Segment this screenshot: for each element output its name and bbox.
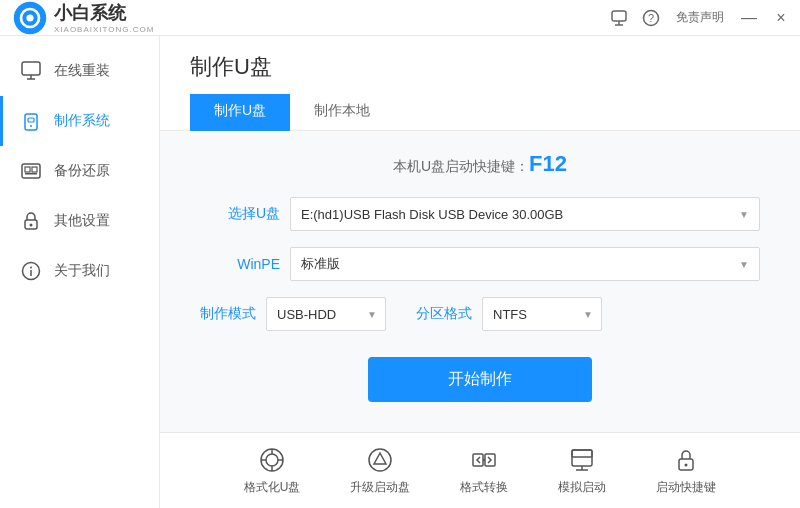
content-area: 制作U盘 制作U盘 制作本地 本机U盘启动快捷键：F12 选择U盘 E:(hd1… [160,36,800,508]
tool-upgrade-boot-label: 升级启动盘 [350,479,410,496]
mode-value: USB-HDD [277,307,336,322]
sidebar-item-other-settings[interactable]: 其他设置 [0,196,159,246]
svg-rect-8 [22,62,40,75]
usb-value: E:(hd1)USB Flash Disk USB Device 30.00GB [301,207,749,222]
info-icon [20,260,42,282]
tab-make-usb[interactable]: 制作U盘 [190,94,290,131]
svg-point-19 [30,224,33,227]
logo-main-text: 小白系统 [54,1,154,25]
svg-point-13 [30,125,32,127]
close-button[interactable]: × [770,7,792,29]
mode-partition-row: 制作模式 USB-HDD ▼ 分区格式 NTFS ▼ [200,297,760,331]
shortcut-key: F12 [529,151,567,176]
page-title: 制作U盘 [190,52,770,82]
mode-arrow-icon: ▼ [367,309,377,320]
usb-icon [20,110,42,132]
sidebar-item-backup-restore[interactable]: 备份还原 [0,146,159,196]
tool-boot-shortcut[interactable]: 启动快捷键 [656,445,716,496]
svg-rect-17 [32,167,37,172]
logo-icon [12,0,48,36]
tool-simulate-boot[interactable]: 模拟启动 [558,445,606,496]
tabs: 制作U盘 制作本地 [190,94,770,130]
svg-text:?: ? [648,12,654,24]
user-icon[interactable] [608,7,630,29]
simulate-boot-icon [567,445,597,475]
winpe-select[interactable]: 标准版 ▼ [290,247,760,281]
sidebar-label-about-us: 关于我们 [54,262,110,280]
svg-marker-30 [374,453,386,464]
sidebar: 在线重装 制作系统 备份还原 其他设置 关于我们 [0,36,160,508]
format-usb-icon [257,445,287,475]
titlebar-actions: ? 免责声明 — × [608,7,792,29]
logo-sub-text: XIAOBAIXITONG.COM [54,25,154,34]
help-icon[interactable]: ? [640,7,662,29]
monitor-icon [20,60,42,82]
winpe-arrow-icon: ▼ [739,259,749,270]
tool-format-convert[interactable]: 格式转换 [460,445,508,496]
sidebar-label-make-system: 制作系统 [54,112,110,130]
boot-shortcut-icon [671,445,701,475]
minimize-button[interactable]: — [738,7,760,29]
winpe-label: WinPE [200,256,280,272]
mode-label: 制作模式 [200,305,256,323]
bottom-toolbar: 格式化U盘 升级启动盘 格式转换 模拟启动 [160,432,800,508]
sidebar-item-online-reinstall[interactable]: 在线重装 [0,46,159,96]
sidebar-item-make-system[interactable]: 制作系统 [0,96,159,146]
svg-point-22 [30,267,32,269]
svg-point-2 [26,14,33,21]
usb-select[interactable]: E:(hd1)USB Flash Disk USB Device 30.00GB… [290,197,760,231]
svg-rect-33 [572,450,592,466]
svg-point-24 [266,454,278,466]
free-label[interactable]: 免责声明 [672,7,728,28]
svg-rect-34 [572,450,592,457]
partition-select[interactable]: NTFS ▼ [482,297,602,331]
partition-arrow-icon: ▼ [583,309,593,320]
main-layout: 在线重装 制作系统 备份还原 其他设置 关于我们 [0,36,800,508]
usb-label: 选择U盘 [200,205,280,223]
sidebar-label-other-settings: 其他设置 [54,212,110,230]
shortcut-prefix: 本机U盘启动快捷键： [393,158,529,174]
svg-rect-15 [25,167,30,172]
svg-rect-16 [25,173,37,175]
partition-value: NTFS [493,307,527,322]
sidebar-item-about-us[interactable]: 关于我们 [0,246,159,296]
partition-label: 分区格式 [416,305,472,323]
backup-icon [20,160,42,182]
form-area: 本机U盘启动快捷键：F12 选择U盘 E:(hd1)USB Flash Disk… [160,131,800,432]
tool-boot-shortcut-label: 启动快捷键 [656,479,716,496]
start-button[interactable]: 开始制作 [368,357,592,402]
upgrade-boot-icon [365,445,395,475]
tool-simulate-boot-label: 模拟启动 [558,479,606,496]
winpe-value: 标准版 [301,255,749,273]
tool-format-convert-label: 格式转换 [460,479,508,496]
titlebar: 小白系统 XIAOBAIXITONG.COM ? 免责声明 — × [0,0,800,36]
tool-format-usb[interactable]: 格式化U盘 [244,445,301,496]
sidebar-label-online-reinstall: 在线重装 [54,62,110,80]
sidebar-label-backup-restore: 备份还原 [54,162,110,180]
winpe-row: WinPE 标准版 ▼ [200,247,760,281]
tool-format-usb-label: 格式化U盘 [244,479,301,496]
logo: 小白系统 XIAOBAIXITONG.COM [12,0,154,36]
tab-make-local[interactable]: 制作本地 [290,94,394,131]
mode-select[interactable]: USB-HDD ▼ [266,297,386,331]
logo-text: 小白系统 XIAOBAIXITONG.COM [54,1,154,34]
lock-icon [20,210,42,232]
svg-rect-3 [612,11,626,21]
shortcut-hint: 本机U盘启动快捷键：F12 [200,151,760,177]
format-convert-icon [469,445,499,475]
usb-arrow-icon: ▼ [739,209,749,220]
svg-point-38 [685,464,688,467]
tool-upgrade-boot[interactable]: 升级启动盘 [350,445,410,496]
svg-rect-12 [28,118,34,122]
page-title-bar: 制作U盘 制作U盘 制作本地 [160,36,800,131]
usb-row: 选择U盘 E:(hd1)USB Flash Disk USB Device 30… [200,197,760,231]
